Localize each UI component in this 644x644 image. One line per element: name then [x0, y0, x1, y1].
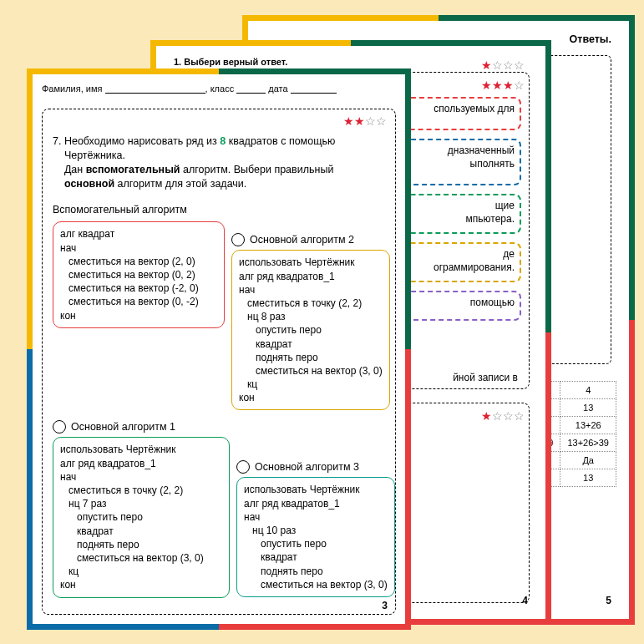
radio-icon[interactable] [53, 420, 66, 434]
difficulty-stars-icon: ★★☆☆ [343, 114, 387, 128]
aux-algorithm-code: алг квадрат нач сместиться на вектор (2,… [53, 221, 225, 327]
page-number: 4 [522, 595, 528, 606]
aux-algorithm-title: Вспомогательный алгоритм [53, 203, 385, 217]
radio-icon[interactable] [236, 460, 250, 474]
difficulty-stars-icon: ★★★☆ [481, 79, 525, 92]
difficulty-stars-icon: ★☆☆☆ [481, 409, 525, 423]
option-1-code: использовать Чертёжник алг ряд квадратов… [53, 437, 230, 597]
difficulty-stars-icon: ★☆☆☆ [481, 58, 525, 72]
option-3-code: использовать Чертёжник алг ряд квадратов… [236, 477, 395, 597]
worksheet-page-3: Фамилия, имя , класс дата ★★☆☆ 7. Необхо… [27, 68, 411, 630]
option-1[interactable]: Основной алгоритм 1 [53, 418, 230, 434]
question-7-text: 7. Необходимо нарисовать ряд из 8 квадра… [53, 134, 385, 191]
page-number: 5 [606, 595, 611, 606]
option-3[interactable]: Основной алгоритм 3 [236, 459, 395, 474]
option-2-code: использовать Чертёжник алг ряд квадратов… [231, 250, 390, 410]
option-2[interactable]: Основной алгоритм 2 [231, 231, 390, 246]
radio-icon[interactable] [231, 233, 245, 246]
header-fields: Фамилия, имя , класс дата [42, 84, 396, 94]
page-number: 3 [382, 600, 388, 611]
answers-title: Ответы. [570, 33, 611, 45]
question-1-label: 1. Выбери верный ответ. [174, 57, 287, 67]
